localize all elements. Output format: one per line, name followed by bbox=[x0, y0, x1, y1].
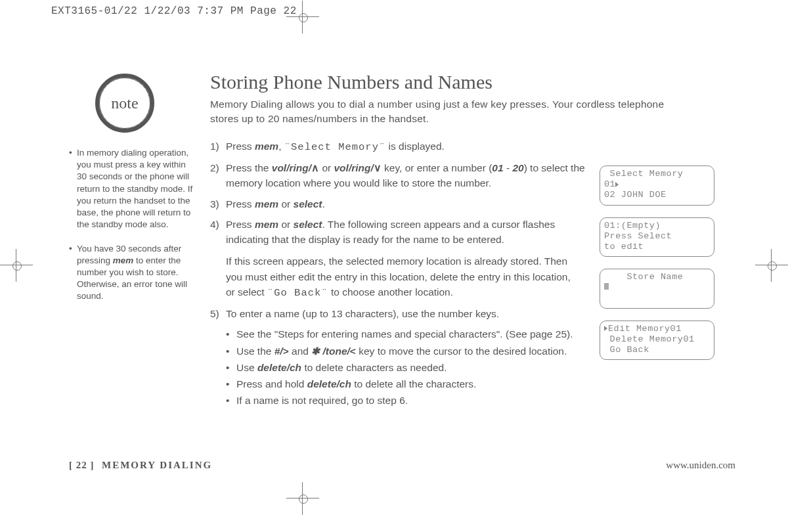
section-name: MEMORY DIALING bbox=[102, 460, 212, 470]
note-text: In memory dialing operation, you must pr… bbox=[77, 147, 194, 231]
crop-mark-bottom bbox=[297, 493, 309, 504]
left-angle-icon: < bbox=[350, 345, 356, 357]
bullet: See the "Steps for entering names and sp… bbox=[236, 326, 573, 342]
note-item: • You have 30 seconds after pressing mem… bbox=[69, 243, 194, 303]
note-icon: note bbox=[95, 74, 154, 133]
star-icon: ✱ bbox=[311, 345, 320, 357]
footer-url: www.uniden.com bbox=[666, 460, 735, 471]
note-icon-label: note bbox=[95, 74, 154, 133]
right-angle-icon: > bbox=[283, 345, 289, 357]
cursor-icon bbox=[604, 283, 609, 290]
pointer-icon bbox=[615, 182, 619, 187]
bullet: Press and hold delete/ch to delete all t… bbox=[236, 376, 476, 391]
lcd-illustrations: Select Memory 01 02 JOHN DOE 01:(Empty) … bbox=[600, 166, 714, 372]
manual-page: EXT3165-01/22 1/22/03 7:37 PM Page 22 no… bbox=[0, 0, 788, 532]
lcd-store-name: Store Name bbox=[600, 269, 714, 309]
page-footer: [ 22 ] MEMORY DIALING www.uniden.com bbox=[69, 460, 735, 471]
crop-mark-left bbox=[11, 259, 22, 271]
down-caret-icon: ∨ bbox=[374, 162, 382, 173]
note-text: You have 30 seconds after pressing mem t… bbox=[77, 243, 194, 303]
crop-mark-right bbox=[766, 259, 777, 271]
bullet: Use the #/> and ✱ /tone/< key to move th… bbox=[236, 344, 567, 359]
bullet: If a name is not required, go to step 6. bbox=[236, 393, 408, 408]
print-slug: EXT3165-01/22 1/22/03 7:37 PM Page 22 bbox=[51, 5, 297, 17]
note-item: • In memory dialing operation, you must … bbox=[69, 147, 194, 231]
lcd-empty: 01:(Empty) Press Select to edit bbox=[600, 217, 714, 257]
lcd-edit-menu: Edit Memory01 Delete Memory01 Go Back bbox=[600, 321, 714, 361]
intro-paragraph: Memory Dialing allows you to dial a numb… bbox=[210, 97, 670, 127]
print-header: EXT3165-01/22 1/22/03 7:37 PM Page 22 bbox=[0, 0, 788, 22]
note-sidebar: note • In memory dialing operation, you … bbox=[69, 74, 194, 315]
bullet: Use delete/ch to delete characters as ne… bbox=[236, 360, 447, 375]
page-number: [ 22 ] bbox=[69, 460, 95, 470]
pointer-icon bbox=[604, 326, 607, 331]
crop-mark-top bbox=[297, 11, 309, 23]
page-title: Storing Phone Numbers and Names bbox=[210, 71, 670, 93]
lcd-select-memory: Select Memory 01 02 JOHN DOE bbox=[600, 166, 714, 206]
up-caret-icon: ∧ bbox=[311, 162, 319, 173]
step-1: 1) Press mem, ¨Select Memory¨ is display… bbox=[210, 139, 670, 155]
